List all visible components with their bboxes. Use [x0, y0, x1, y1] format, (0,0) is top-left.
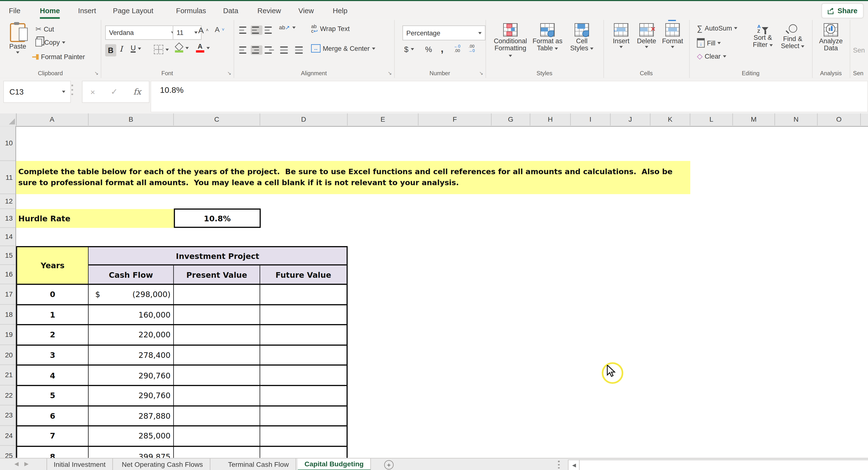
- row-header-20[interactable]: 20: [0, 345, 16, 365]
- merge-center-button[interactable]: ↔ Merge & Center: [311, 44, 375, 53]
- name-box[interactable]: C13: [3, 81, 71, 103]
- clear-button[interactable]: ◇ Clear: [697, 52, 726, 60]
- cash-flow-header-cell[interactable]: Cash Flow: [89, 266, 174, 285]
- year-cell[interactable]: 0: [17, 285, 89, 305]
- align-middle-icon[interactable]: [251, 25, 262, 35]
- paste-button[interactable]: Paste: [6, 23, 30, 54]
- hurdle-rate-value-cell-C13[interactable]: 10.8%: [174, 209, 261, 228]
- year-cell[interactable]: 3: [17, 346, 89, 366]
- year-cell[interactable]: 6: [17, 406, 89, 427]
- row-header-21[interactable]: 21: [0, 365, 16, 385]
- instruction-cell[interactable]: Complete the table below for each of the…: [16, 161, 690, 194]
- col-header-C[interactable]: C: [174, 113, 260, 126]
- present-value-cell[interactable]: [174, 427, 260, 447]
- sensitivity-button[interactable]: Sen: [853, 46, 865, 54]
- sheet-tab-initial-investment[interactable]: Initial Investment: [46, 459, 113, 470]
- col-header-E[interactable]: E: [348, 113, 418, 126]
- hurdle-rate-label-cell[interactable]: Hurdle Rate: [16, 209, 174, 228]
- row-header-23[interactable]: 23: [0, 405, 16, 426]
- present-value-cell[interactable]: [174, 386, 260, 406]
- future-value-cell[interactable]: [260, 305, 346, 325]
- sheet-tab-net-operating-cash-flows[interactable]: Net Operating Cash Flows: [115, 459, 210, 470]
- menu-tab-review[interactable]: Review: [255, 1, 283, 20]
- cash-flow-cell[interactable]: 285,000: [89, 427, 174, 447]
- percent-format-button[interactable]: %: [425, 45, 432, 54]
- bold-button[interactable]: B: [105, 44, 116, 57]
- present-value-cell[interactable]: [174, 366, 260, 386]
- row-header-17[interactable]: 17: [0, 284, 16, 305]
- cancel-icon[interactable]: ×: [90, 87, 95, 97]
- format-cells-button[interactable]: Format: [660, 23, 685, 48]
- present-value-cell[interactable]: [174, 447, 260, 458]
- year-cell[interactable]: 7: [17, 427, 89, 447]
- future-value-cell[interactable]: [260, 285, 346, 305]
- select-all-corner[interactable]: [0, 113, 17, 126]
- autosum-button[interactable]: ∑ AutoSum: [697, 24, 738, 33]
- row-header-18[interactable]: 18: [0, 305, 16, 325]
- future-value-cell[interactable]: [260, 366, 346, 386]
- format-as-table-button[interactable]: Format asTable: [531, 23, 564, 52]
- menu-tab-home[interactable]: Home: [38, 1, 62, 20]
- cash-flow-cell[interactable]: 160,000: [89, 305, 174, 325]
- future-value-cell[interactable]: [260, 346, 346, 366]
- future-value-cell[interactable]: [260, 325, 346, 346]
- year-cell[interactable]: 5: [17, 386, 89, 406]
- align-right-icon[interactable]: [264, 45, 275, 55]
- year-cell[interactable]: 1: [17, 305, 89, 325]
- grow-font-button[interactable]: A˄: [198, 25, 209, 35]
- col-header-I[interactable]: I: [571, 113, 611, 126]
- copy-button[interactable]: Copy: [35, 39, 65, 46]
- cash-flow-cell[interactable]: 290,760: [89, 366, 174, 386]
- present-value-cell[interactable]: [174, 346, 260, 366]
- col-header-J[interactable]: J: [611, 113, 650, 126]
- font-color-button[interactable]: A: [196, 43, 210, 53]
- italic-button[interactable]: I: [120, 44, 123, 53]
- future-value-cell[interactable]: [260, 447, 346, 458]
- row-header-19[interactable]: 19: [0, 325, 16, 345]
- col-header-A[interactable]: A: [16, 113, 89, 126]
- present-value-header-cell[interactable]: Present Value: [174, 266, 260, 285]
- col-header-O[interactable]: O: [818, 113, 861, 126]
- col-header-M[interactable]: M: [733, 113, 775, 126]
- font-dialog-launcher[interactable]: ↘: [227, 70, 231, 76]
- menu-tab-file[interactable]: File: [7, 1, 23, 20]
- col-header-D[interactable]: D: [260, 113, 348, 126]
- row-header-11[interactable]: 11: [0, 161, 16, 194]
- present-value-cell[interactable]: [174, 285, 260, 305]
- col-header-F[interactable]: F: [418, 113, 492, 126]
- row-header-14[interactable]: 14: [0, 228, 16, 246]
- cash-flow-cell[interactable]: 290,760: [89, 386, 174, 406]
- currency-format-button[interactable]: $: [404, 45, 414, 54]
- sheet-tab-capital-budgeting[interactable]: Capital Budgeting: [298, 459, 371, 470]
- col-header-G[interactable]: G: [492, 113, 530, 126]
- cell-styles-button[interactable]: CellStyles: [566, 23, 597, 52]
- row-header-24[interactable]: 24: [0, 426, 16, 446]
- present-value-cell[interactable]: [174, 325, 260, 346]
- row-header-13[interactable]: 13: [0, 209, 16, 228]
- sheet-nav-right-icon[interactable]: ▶: [25, 461, 29, 467]
- font-size-combo[interactable]: 11: [173, 25, 202, 40]
- menu-tab-insert[interactable]: Insert: [76, 1, 98, 20]
- number-dialog-launcher[interactable]: ↘: [479, 70, 483, 76]
- align-left-icon[interactable]: [238, 45, 250, 55]
- col-header-K[interactable]: K: [650, 113, 690, 126]
- delete-cells-button[interactable]: × Delete: [634, 23, 659, 48]
- cash-flow-cell[interactable]: 399,875: [89, 447, 174, 458]
- analyze-data-button[interactable]: AnalyzeData: [819, 23, 843, 52]
- font-name-combo[interactable]: Verdana: [105, 25, 178, 40]
- row-header-15[interactable]: 15: [0, 246, 16, 265]
- find-select-button[interactable]: Find &Select: [779, 25, 806, 50]
- horizontal-scrollbar[interactable]: [579, 460, 868, 470]
- fill-color-button[interactable]: [175, 43, 189, 53]
- sort-filter-button[interactable]: AZ Sort &Filter: [749, 25, 777, 49]
- present-value-cell[interactable]: [174, 305, 260, 325]
- decrease-decimal-button[interactable]: .00 →0: [468, 44, 474, 53]
- col-header-L[interactable]: L: [690, 113, 733, 126]
- align-top-icon[interactable]: [238, 25, 250, 35]
- comma-format-button[interactable]: ,: [441, 42, 443, 55]
- menu-tab-page-layout[interactable]: Page Layout: [111, 1, 156, 20]
- years-header-cell[interactable]: Years: [17, 247, 89, 285]
- menu-tab-formulas[interactable]: Formulas: [174, 1, 208, 20]
- col-header-B[interactable]: B: [89, 113, 174, 126]
- number-format-combo[interactable]: Percentage: [402, 25, 486, 40]
